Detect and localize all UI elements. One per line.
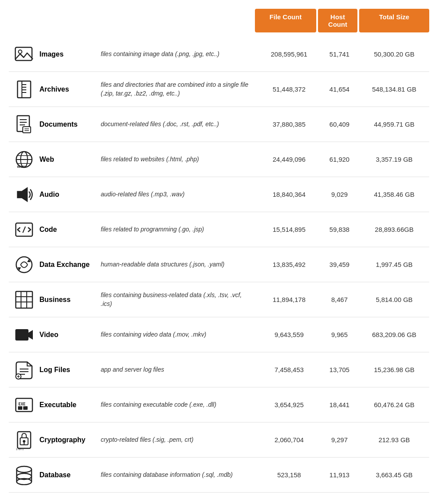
column-headers: File Count Host Count Total Size xyxy=(255,9,429,32)
icon-code xyxy=(9,220,39,240)
hostcount-database: 11,913 xyxy=(320,471,359,479)
svg-text:www: www xyxy=(17,164,27,169)
icon-business xyxy=(9,290,39,310)
filecount-documents: 37,880,385 xyxy=(258,121,320,128)
svg-rect-0 xyxy=(15,47,32,60)
svg-line-23 xyxy=(23,227,25,233)
filecount-archives: 51,448,372 xyxy=(258,85,320,93)
desc-archives: files and directories that are combined … xyxy=(101,81,258,98)
icon-database xyxy=(9,465,39,485)
svg-text:EXE: EXE xyxy=(18,402,25,406)
name-web: Web xyxy=(39,156,101,163)
hostcount-code: 59,838 xyxy=(320,226,359,233)
svg-marker-33 xyxy=(28,330,33,340)
filecount-web: 24,449,096 xyxy=(258,156,320,163)
filecount-images: 208,595,961 xyxy=(258,50,320,58)
totalsize-dataexchange: 1,997.45 GB xyxy=(359,261,429,268)
table-row-documents: Documents document-related files (.doc, … xyxy=(9,107,429,142)
desc-video: files containing video data (.mov, .mkv) xyxy=(101,330,258,339)
filecount-logfiles: 7,458,453 xyxy=(258,366,320,373)
filecount-dataexchange: 13,835,492 xyxy=(258,261,320,268)
totalsize-audio: 41,358.46 GB xyxy=(359,191,429,198)
table-body: Images files containing image data (.png… xyxy=(9,37,429,493)
svg-point-24 xyxy=(16,257,32,273)
hostcount-business: 8,467 xyxy=(320,296,359,303)
hostcount-documents: 60,409 xyxy=(320,121,359,128)
table-row-cryptography: 1|0|1 Cryptography crypto-related files … xyxy=(9,422,429,458)
hostcount-audio: 9,029 xyxy=(320,191,359,198)
totalsize-cryptography: 212.93 GB xyxy=(359,436,429,444)
table-row-business: Business files containing business-relat… xyxy=(9,282,429,317)
svg-rect-27 xyxy=(16,291,32,308)
totalsize-database: 3,663.45 GB xyxy=(359,471,429,479)
icon-web: www xyxy=(9,149,39,170)
desc-code: files related to programming (.go, .jsp) xyxy=(101,225,258,234)
filecount-database: 523,158 xyxy=(258,471,320,479)
filecount-video: 9,643,559 xyxy=(258,331,320,338)
desc-web: files related to websites (.html, .php) xyxy=(101,155,258,164)
main-table: File Count Host Count Total Size Images … xyxy=(9,9,429,493)
name-dataexchange: Data Exchange xyxy=(39,261,101,269)
icon-audio xyxy=(9,185,39,205)
icon-dataexchange xyxy=(9,255,39,275)
name-business: Business xyxy=(39,296,101,304)
svg-point-49 xyxy=(17,466,32,472)
filecount-audio: 18,840,364 xyxy=(258,191,320,198)
svg-point-1 xyxy=(18,50,22,53)
filecount-executable: 3,654,925 xyxy=(258,401,320,408)
table-row-video: Video files containing video data (.mov,… xyxy=(9,317,429,352)
name-executable: Executable xyxy=(39,401,101,409)
icon-archives xyxy=(9,79,39,99)
svg-point-46 xyxy=(23,440,25,443)
table-header: File Count Host Count Total Size xyxy=(9,9,429,32)
svg-rect-41 xyxy=(18,406,22,410)
icon-logfiles xyxy=(9,360,39,380)
totalsize-documents: 44,959.71 GB xyxy=(359,121,429,128)
table-row-images: Images files containing image data (.png… xyxy=(9,37,429,72)
icon-video xyxy=(9,325,39,345)
table-row-web: www Web files related to websites (.html… xyxy=(9,142,429,177)
filecount-cryptography: 2,060,704 xyxy=(258,436,320,444)
desc-audio: audio-related files (.mp3, .wav) xyxy=(101,190,258,199)
table-row-code: Code files related to programming (.go, … xyxy=(9,212,429,247)
name-images: Images xyxy=(39,50,101,58)
totalsize-business: 5,814.00 GB xyxy=(359,296,429,303)
totalsize-executable: 60,476.24 GB xyxy=(359,401,429,408)
name-code: Code xyxy=(39,226,101,234)
name-database: Database xyxy=(39,471,101,479)
desc-executable: files containing executable code (.exe, … xyxy=(101,401,258,409)
totalsize-logfiles: 15,236.98 GB xyxy=(359,366,429,373)
table-row-dataexchange: Data Exchange human-readable data struct… xyxy=(9,247,429,282)
col-header-total-size: Total Size xyxy=(359,9,429,32)
desc-database: files containing database information (.… xyxy=(101,471,258,479)
hostcount-logfiles: 13,705 xyxy=(320,366,359,373)
hostcount-video: 9,965 xyxy=(320,331,359,338)
table-row-logfiles: Log Files app and server log files 7,458… xyxy=(9,352,429,387)
col-header-host-count: Host Count xyxy=(318,9,357,32)
icon-documents xyxy=(9,114,39,135)
hostcount-images: 51,741 xyxy=(320,50,359,58)
name-video: Video xyxy=(39,331,101,339)
name-archives: Archives xyxy=(39,85,101,93)
desc-images: files containing image data (.png, .jpg,… xyxy=(101,50,258,59)
name-cryptography: Cryptography xyxy=(39,436,101,444)
hostcount-cryptography: 9,297 xyxy=(320,436,359,444)
name-audio: Audio xyxy=(39,191,101,199)
table-row-database: Database files containing database infor… xyxy=(9,458,429,493)
svg-marker-21 xyxy=(18,188,27,201)
hostcount-archives: 41,654 xyxy=(320,85,359,93)
table-row-executable: EXE Executable files containing executab… xyxy=(9,387,429,422)
totalsize-archives: 548,134.81 GB xyxy=(359,85,429,93)
icon-executable: EXE xyxy=(9,395,39,415)
filecount-code: 15,514,895 xyxy=(258,226,320,233)
svg-rect-12 xyxy=(23,127,31,133)
name-logfiles: Log Files xyxy=(39,366,101,374)
hostcount-executable: 18,441 xyxy=(320,401,359,408)
desc-dataexchange: human-readable data structures (.json, .… xyxy=(101,260,258,269)
table-row-audio: Audio audio-related files (.mp3, .wav) 1… xyxy=(9,177,429,212)
totalsize-code: 28,893.66GB xyxy=(359,226,429,233)
desc-logfiles: app and server log files xyxy=(101,366,258,374)
desc-business: files containing business-related data (… xyxy=(101,291,258,308)
name-documents: Documents xyxy=(39,121,101,128)
filecount-business: 11,894,178 xyxy=(258,296,320,303)
